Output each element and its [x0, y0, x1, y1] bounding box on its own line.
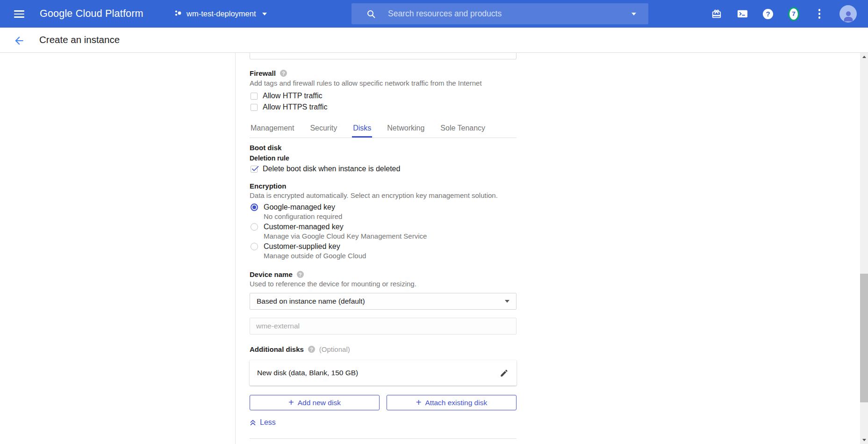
boot-disk-heading: Boot disk — [250, 144, 516, 152]
radio-google-managed-key[interactable]: Google-managed key — [251, 203, 516, 211]
radio-label: Customer-managed key — [264, 223, 344, 231]
device-name-select[interactable]: Based on instance name (default) — [250, 293, 516, 310]
more-vert-icon[interactable] — [814, 8, 825, 20]
less-label: Less — [260, 418, 276, 427]
gift-icon[interactable] — [711, 8, 722, 20]
allow-https-label: Allow HTTPS traffic — [263, 103, 327, 111]
plus-icon: + — [288, 398, 294, 407]
radio-selected[interactable] — [251, 204, 258, 211]
add-new-disk-label: Add new disk — [298, 399, 341, 407]
back-arrow-icon[interactable] — [13, 35, 25, 47]
product-logo[interactable]: Google Cloud Platform — [40, 0, 143, 28]
cloud-shell-icon[interactable] — [737, 8, 748, 20]
page-title: Create an instance — [39, 34, 120, 45]
encryption-heading: Encryption — [250, 182, 516, 190]
radio-sublabel: Manage outside of Google Cloud — [264, 252, 516, 260]
select-value: Based on instance name (default) — [257, 297, 365, 306]
disk-card: New disk (data, Blank, 150 GB) — [250, 360, 516, 386]
help-icon[interactable]: ? — [762, 8, 774, 20]
radio-sublabel: No configuration required — [264, 212, 516, 220]
tab-networking[interactable]: Networking — [386, 122, 425, 138]
scrollbar[interactable] — [860, 53, 868, 444]
chevron-double-up-icon — [250, 419, 256, 426]
search-dropdown-icon[interactable] — [631, 13, 636, 15]
disks-form: Firewall ? Add tags and firewall rules t… — [250, 53, 516, 444]
allow-http-label: Allow HTTP traffic — [263, 92, 322, 100]
less-link[interactable]: Less — [250, 418, 276, 427]
device-name-input[interactable] — [250, 318, 516, 335]
disk-card-label: New disk (data, Blank, 150 GB) — [257, 369, 358, 377]
app-bar: Google Cloud Platform wm-test-deployment… — [0, 0, 868, 28]
section-divider — [250, 438, 516, 439]
tab-management[interactable]: Management — [250, 122, 295, 138]
chevron-down-icon — [505, 300, 509, 303]
scroll-down-arrow[interactable] — [862, 439, 866, 441]
radio-sublabel: Manage via Google Cloud Key Management S… — [264, 232, 516, 240]
project-name: wm-test-deployment — [187, 9, 256, 18]
radio-customer-supplied-key[interactable]: Customer-supplied key — [251, 242, 516, 251]
notification-count: 7 — [788, 7, 799, 21]
tab-disks[interactable]: Disks — [352, 122, 372, 138]
radio-customer-managed-key[interactable]: Customer-managed key — [251, 223, 516, 231]
scrollbar-thumb[interactable] — [860, 274, 868, 402]
device-name-help-icon[interactable]: ? — [297, 271, 304, 278]
search-bar[interactable] — [352, 3, 648, 24]
page-header: Create an instance — [0, 28, 868, 53]
project-icon — [174, 9, 182, 19]
tab-sole-tenancy[interactable]: Sole Tenancy — [439, 122, 486, 138]
tab-security[interactable]: Security — [309, 122, 338, 138]
search-input[interactable] — [388, 9, 630, 19]
encryption-description: Data is encrypted automatically. Select … — [250, 191, 516, 199]
section-tabs: Management Security Disks Networking Sol… — [250, 122, 516, 138]
menu-icon[interactable] — [14, 10, 24, 18]
additional-disks-label: Additional disks — [250, 345, 304, 353]
delete-boot-disk-label: Delete boot disk when instance is delete… — [263, 165, 400, 173]
allow-http-checkbox[interactable]: Allow HTTP traffic — [251, 92, 516, 100]
checkbox-unchecked[interactable] — [251, 104, 258, 111]
chevron-down-icon — [262, 13, 267, 15]
device-name-description: Used to reference the device for mountin… — [250, 280, 516, 288]
firewall-help-icon[interactable]: ? — [280, 70, 287, 77]
avatar[interactable] — [839, 5, 857, 22]
device-name-label: Device name — [250, 270, 293, 278]
scroll-up-arrow[interactable] — [862, 56, 866, 58]
project-selector[interactable]: wm-test-deployment — [174, 0, 267, 28]
radio-unselected[interactable] — [251, 243, 258, 250]
attach-existing-disk-label: Attach existing disk — [425, 399, 488, 407]
pencil-icon — [500, 369, 509, 378]
radio-label: Google-managed key — [264, 203, 335, 211]
attach-existing-disk-button[interactable]: + Attach existing disk — [387, 395, 516, 410]
search-icon — [366, 9, 376, 19]
radio-label: Customer-supplied key — [264, 242, 340, 251]
person-icon — [841, 9, 855, 22]
allow-https-checkbox[interactable]: Allow HTTPS traffic — [251, 103, 516, 111]
firewall-label: Firewall — [250, 69, 276, 77]
truncated-input[interactable] — [250, 53, 516, 59]
deletion-rule-label: Deletion rule — [250, 154, 516, 162]
optional-label: (Optional) — [319, 345, 350, 353]
edit-disk-button[interactable] — [498, 367, 510, 379]
notifications-badge[interactable]: 7 — [788, 8, 799, 20]
checkbox-checked[interactable] — [251, 166, 258, 173]
radio-unselected[interactable] — [251, 223, 258, 231]
additional-disks-help-icon[interactable]: ? — [308, 346, 315, 353]
plus-icon: + — [416, 398, 422, 407]
panel-divider — [235, 53, 236, 444]
checkbox-unchecked[interactable] — [251, 93, 258, 100]
delete-boot-disk-checkbox[interactable]: Delete boot disk when instance is delete… — [251, 165, 516, 173]
firewall-description: Add tags and firewall rules to allow spe… — [250, 79, 516, 87]
add-new-disk-button[interactable]: + Add new disk — [250, 395, 380, 410]
check-icon — [251, 164, 260, 173]
